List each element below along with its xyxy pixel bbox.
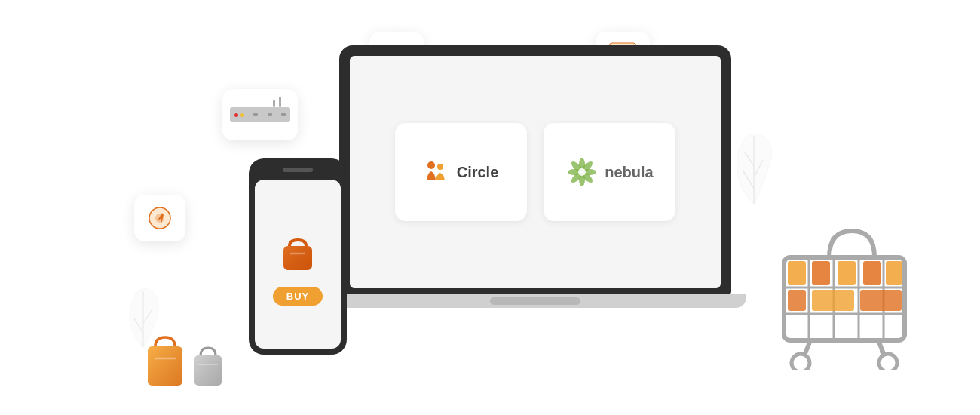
router-antenna-1: [279, 97, 281, 107]
svg-rect-53: [788, 261, 806, 285]
bag-icon-container: [276, 231, 320, 278]
circle-logo: Circle: [424, 159, 499, 185]
orange-shopping-bag: [143, 330, 187, 389]
circle-logo-icon: [424, 159, 451, 185]
svg-rect-57: [886, 261, 902, 285]
router-body: [230, 107, 290, 122]
shopping-cart: [769, 220, 935, 374]
phone-speaker: [283, 168, 313, 172]
svg-rect-55: [838, 261, 856, 285]
circle-label: Circle: [457, 164, 499, 181]
phone: BUY: [249, 158, 347, 355]
nebula-logo: nebula: [565, 155, 653, 189]
svg-point-36: [578, 168, 586, 176]
cart-svg: [769, 220, 935, 370]
gray-shopping-bag: [191, 342, 225, 389]
buy-button[interactable]: BUY: [273, 287, 323, 306]
svg-rect-60: [860, 290, 902, 311]
phone-body: BUY: [249, 158, 347, 355]
laptop-base: [324, 294, 746, 308]
svg-point-63: [792, 354, 810, 370]
shopping-bag-icon: [276, 231, 320, 275]
router-antenna-2: [273, 100, 275, 107]
router-led-red: [234, 113, 238, 117]
circle-app-card[interactable]: Circle: [395, 123, 527, 221]
svg-rect-38: [283, 246, 312, 270]
svg-point-26: [427, 161, 435, 169]
laptop-screen-outer: Circle: [339, 45, 731, 294]
svg-rect-44: [194, 355, 222, 386]
main-scene: !: [0, 0, 980, 415]
router-port: [253, 113, 258, 116]
nebula-logo-icon: [565, 155, 599, 189]
pointer-icon: [145, 204, 174, 232]
gray-bag: [191, 342, 225, 389]
svg-point-27: [437, 164, 443, 170]
orange-bag: [143, 330, 187, 389]
laptop: Circle: [339, 45, 746, 308]
router-port-3: [281, 113, 286, 116]
nebula-label: nebula: [605, 164, 653, 181]
phone-screen: BUY: [255, 180, 341, 349]
svg-rect-41: [148, 346, 182, 386]
svg-rect-58: [788, 290, 806, 311]
laptop-screen-inner: Circle: [350, 56, 721, 288]
nebula-app-card[interactable]: nebula: [544, 123, 675, 221]
svg-rect-56: [863, 261, 881, 285]
router-float-card: [222, 89, 298, 140]
router-port-2: [268, 113, 272, 116]
pointer-float-card: [134, 195, 185, 241]
shopping-bags-group: [143, 330, 225, 389]
svg-rect-54: [812, 261, 830, 285]
svg-point-64: [879, 354, 897, 370]
svg-rect-59: [812, 290, 854, 311]
router-led-yellow: [240, 113, 244, 117]
